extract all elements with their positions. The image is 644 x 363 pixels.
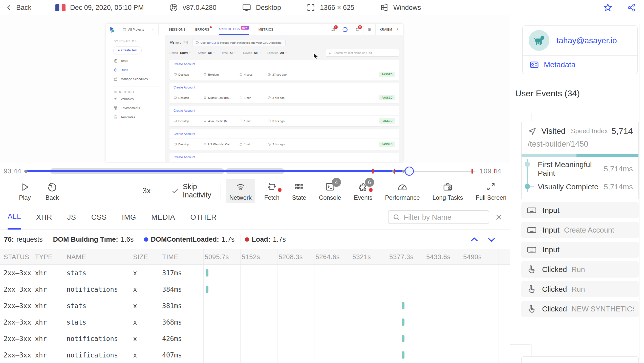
back-10-button[interactable]: 10 Back — [46, 181, 59, 201]
test-search-input[interactable] — [334, 51, 396, 54]
user-card: tahay@asayer.io Metadata — [522, 25, 638, 74]
event-input[interactable]: Input — [521, 202, 639, 218]
gauge-icon — [397, 181, 408, 192]
table-row[interactable]: 2xx–3xx xhr stats x 381ms — [0, 298, 510, 314]
sidebar-item-runs[interactable]: Runs — [114, 68, 165, 72]
filter-status: StatusAll — [198, 51, 215, 54]
panel-console[interactable]: 4 Console — [315, 179, 345, 203]
filter-box — [388, 210, 489, 224]
issue-marker[interactable] — [372, 169, 374, 174]
blue-dot-icon — [144, 237, 148, 242]
issue-marker[interactable] — [471, 169, 473, 174]
stopwatch-icon — [114, 68, 118, 72]
net-tab-js[interactable]: JS — [67, 205, 76, 230]
speed-index-value: 5,714 — [611, 126, 633, 136]
run-title-link[interactable]: Create Account — [169, 153, 399, 162]
close-panel-icon[interactable] — [495, 213, 503, 221]
status-badge: PASSED — [379, 95, 395, 100]
app-tab-synthetics[interactable]: SYNTHETICSNEW — [219, 24, 249, 35]
run-title-link[interactable]: Create Account — [169, 106, 399, 116]
event-clicked[interactable]: Clicked Run — [521, 261, 639, 278]
event-input[interactable]: Input — [521, 242, 639, 258]
seek-start-dot — [24, 170, 28, 173]
net-tab-css[interactable]: CSS — [91, 205, 107, 230]
next-event-card-partial — [521, 356, 639, 363]
jump-prev-icon[interactable] — [469, 234, 480, 245]
current-time-label: 93:44 — [4, 167, 21, 175]
table-row[interactable]: 2xx–3xx xhr stats x 368ms — [0, 314, 510, 330]
filter-by-name-input[interactable] — [404, 213, 499, 221]
net-tab-img[interactable]: IMG — [122, 205, 136, 230]
keyboard-icon — [526, 244, 537, 255]
app-user-menu[interactable]: KRAIEM — [375, 24, 395, 35]
table-row[interactable]: 2xx–3xx xhr notifications x 426ms — [0, 330, 510, 347]
net-tab-other[interactable]: OTHER — [190, 205, 217, 230]
event-clicked[interactable]: Clicked Run — [521, 281, 639, 297]
os-name: Windows — [393, 4, 421, 12]
run-title-link[interactable]: Create Account — [169, 60, 399, 69]
sidebar-item-manage-schedules[interactable]: Manage Schedules — [114, 77, 165, 81]
app-tab-metrics[interactable]: METRICS — [259, 24, 273, 35]
scrollbar-track[interactable] — [639, 24, 639, 360]
share-icon[interactable] — [627, 3, 636, 12]
settings-gear-button[interactable]: ⚙ — [363, 24, 375, 35]
sidebar-item-environments[interactable]: Environments — [114, 106, 165, 110]
net-tab-all[interactable]: ALL — [8, 205, 21, 230]
run-title-link[interactable]: Create Account — [169, 129, 399, 139]
kebab-menu-icon[interactable]: ⋮ — [395, 27, 403, 32]
play-button[interactable]: Play — [19, 181, 31, 201]
viewport-icon — [306, 3, 315, 12]
seek-track[interactable] — [27, 171, 475, 172]
jump-next-icon[interactable] — [486, 234, 497, 245]
table-row[interactable]: 2xx–3xx xhr notifications x 407ms — [0, 347, 510, 363]
divider — [140, 234, 140, 245]
panel-long-tasks[interactable]: Long Tasks — [429, 179, 467, 203]
app-tab-errors[interactable]: ERRORS — [195, 24, 209, 35]
browser-version: v87.0.4280 — [183, 4, 217, 12]
panel-full-screen[interactable]: Full Screen — [472, 179, 510, 203]
divider — [113, 86, 160, 86]
location-pin-icon — [203, 96, 207, 99]
sidebar-item-variables[interactable]: Variables — [114, 97, 165, 101]
seek-knob[interactable] — [405, 167, 414, 176]
table-row[interactable]: 2xx–3xx xhr stats x 317ms — [0, 265, 510, 281]
event-input[interactable]: Input Create Account — [521, 222, 639, 238]
speed-toggle[interactable]: 3x — [142, 186, 151, 195]
app-tab-sessions[interactable]: SESSIONS — [169, 24, 186, 35]
sidebar-item-templates[interactable]: Templates — [114, 115, 165, 119]
col-status: STATUS — [0, 253, 35, 261]
create-test-button[interactable]: +Create Test — [113, 46, 142, 54]
table-row[interactable]: 2xx–3xx xhr notifications x 384ms — [0, 281, 510, 298]
monitor-icon — [174, 119, 177, 123]
run-title-link[interactable]: Create Account — [169, 83, 399, 92]
user-email-link[interactable]: tahay@asayer.io — [556, 36, 617, 45]
net-tab-media[interactable]: MEDIA — [151, 205, 175, 230]
back-button[interactable]: Back — [6, 4, 31, 12]
event-clicked[interactable]: Clicked NEW SYNTHETICS — [521, 301, 639, 317]
announcements-button[interactable]: 1 — [327, 24, 339, 35]
net-tab-xhr[interactable]: XHR — [36, 205, 52, 230]
visited-event-card[interactable]: Visited Speed Index 5,714 /test-builder/… — [521, 121, 639, 200]
favorite-star-icon[interactable] — [603, 3, 613, 12]
project-selector[interactable]: All Projects — [119, 24, 159, 35]
panel-fetch[interactable]: Fetch — [261, 179, 283, 203]
panel-network[interactable]: Network — [226, 179, 255, 203]
resolution: 1366 × 625 — [320, 4, 354, 12]
col-size: SIZE — [133, 253, 162, 261]
state-grid-icon — [294, 181, 304, 192]
sidebar-item-tests[interactable]: Tests — [114, 59, 165, 63]
panel-state[interactable]: State — [289, 179, 310, 203]
filter-location: LocationAll — [267, 51, 287, 54]
id-card-icon — [529, 60, 539, 70]
panel-performance[interactable]: Performance — [381, 179, 423, 203]
stopwatch-icon — [239, 73, 243, 76]
issue-marker[interactable] — [394, 169, 395, 174]
device-type: Desktop — [256, 4, 281, 12]
panel-events[interactable]: 6 Events — [350, 179, 376, 203]
notifications-bell-button[interactable]: 33 — [351, 24, 363, 35]
chevron-down-icon — [234, 52, 237, 54]
metadata-button[interactable]: Metadata — [523, 56, 637, 74]
speed-bar — [522, 154, 638, 157]
cli-link[interactable]: CLI — [211, 41, 216, 44]
skip-inactivity-toggle[interactable]: Skip Inactivity — [171, 183, 211, 199]
